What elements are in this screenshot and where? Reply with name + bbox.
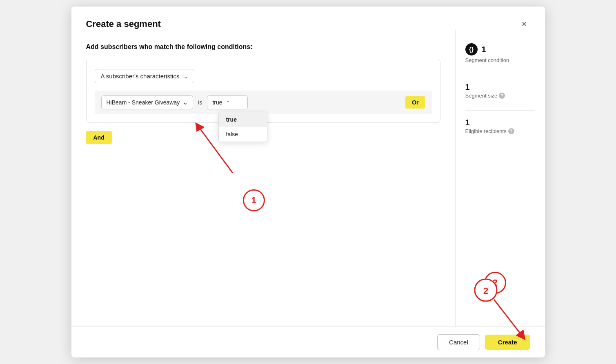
modal-footer: Cancel Create: [71, 326, 545, 357]
sidebar-segment-size-section: 1 Segment size ?: [465, 82, 535, 99]
sidebar-divider-2: [465, 110, 535, 111]
sidebar-icon-row: {} 1: [465, 43, 535, 55]
dropdown-option-true[interactable]: true: [219, 112, 267, 127]
subscriber-type-dropdown[interactable]: A subscriber's characteristics ⌄: [95, 69, 195, 83]
value-chevron-up: ⌃: [226, 100, 230, 106]
eligible-count: 1: [465, 118, 535, 127]
and-button[interactable]: And: [86, 131, 112, 144]
segment-size-info-icon[interactable]: ?: [499, 93, 505, 99]
create-segment-modal: Create a segment × Add subscribers who m…: [71, 7, 545, 357]
segment-size-count: 1: [465, 82, 535, 92]
field-label: HiBeam - Sneaker Giveaway: [107, 99, 180, 106]
annotation-circle-2: 2: [484, 272, 506, 294]
value-dropdown-menu: true false: [218, 112, 267, 142]
filter-row: HiBeam - Sneaker Giveaway ⌄ is true ⌃ tr…: [95, 91, 432, 114]
segment-size-label: Segment size ?: [465, 93, 535, 99]
dropdown-option-false[interactable]: false: [219, 127, 267, 142]
section-label: Add subscribers who match the following …: [86, 43, 440, 51]
eligible-info-icon[interactable]: ?: [508, 128, 514, 134]
field-dropdown[interactable]: HiBeam - Sneaker Giveaway ⌄: [101, 95, 193, 109]
sidebar-eligible-section: 1 Eligible recipients ?: [465, 118, 535, 134]
is-label: is: [198, 99, 202, 106]
segment-condition-icon: {}: [465, 43, 478, 55]
main-content: Add subscribers who match the following …: [71, 30, 455, 326]
value-label: true: [212, 99, 222, 106]
create-button[interactable]: Create: [485, 335, 530, 350]
subscriber-type-label: A subscriber's characteristics: [101, 73, 180, 80]
subscriber-type-chevron: ⌄: [183, 73, 188, 80]
modal-header: Create a segment ×: [71, 7, 545, 30]
sidebar-divider-1: [465, 75, 535, 75]
modal-body: Add subscribers who match the following …: [71, 30, 545, 326]
modal-title: Create a segment: [86, 19, 161, 29]
value-dropdown[interactable]: true ⌃: [207, 95, 248, 109]
condition-box: A subscriber's characteristics ⌄ HiBeam …: [86, 59, 440, 123]
eligible-label: Eligible recipients ?: [465, 128, 535, 134]
condition-count: 1: [482, 45, 486, 54]
condition-label: Segment condition: [465, 57, 535, 63]
field-chevron: ⌄: [183, 99, 188, 106]
or-button[interactable]: Or: [405, 96, 425, 109]
close-button[interactable]: ×: [518, 18, 530, 30]
sidebar-condition-section: {} 1 Segment condition: [465, 43, 535, 63]
cancel-button[interactable]: Cancel: [437, 334, 480, 350]
annotation-circle-1: 1: [243, 189, 265, 211]
